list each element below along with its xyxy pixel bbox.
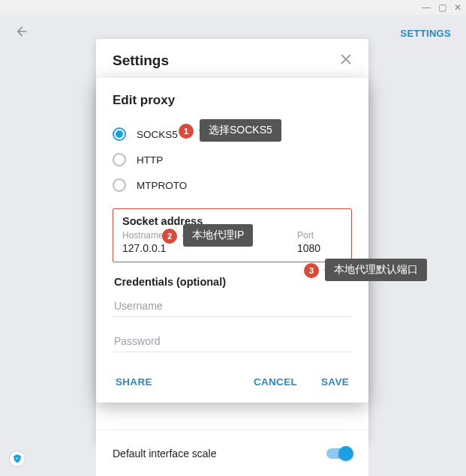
radio-icon: [113, 127, 126, 141]
dialog-title: Edit proxy: [113, 93, 352, 108]
share-button[interactable]: SHARE: [113, 372, 155, 392]
minimize-button[interactable]: —: [422, 2, 431, 13]
annotation-tip-2: 本地代理IP: [183, 224, 253, 247]
port-input[interactable]: [297, 242, 342, 254]
dialog-button-row: SHARE CANCEL SAVE: [113, 372, 352, 392]
username-input[interactable]: [113, 295, 352, 317]
annotation-badge-1: 1: [179, 124, 194, 139]
close-icon[interactable]: [340, 53, 352, 69]
save-button[interactable]: SAVE: [318, 372, 352, 392]
shield-badge-icon[interactable]: [9, 451, 26, 467]
settings-link[interactable]: SETTINGS: [401, 28, 451, 39]
window-close-button[interactable]: ✕: [454, 2, 461, 13]
credentials-title: Credentials (optional): [114, 276, 352, 288]
annotation-badge-2: 2: [162, 229, 177, 244]
radio-label: HTTP: [137, 154, 163, 166]
maximize-button[interactable]: ▢: [438, 2, 446, 13]
cancel-button[interactable]: CANCEL: [251, 372, 300, 392]
default-interface-scale-label: Default interface scale: [113, 448, 217, 460]
password-input[interactable]: [113, 331, 352, 352]
default-interface-scale-row: Default interface scale: [96, 430, 368, 476]
annotation-tip-3: 本地代理默认端口: [325, 259, 427, 281]
radio-label: MTPROTO: [137, 180, 187, 191]
window-controls: — ▢ ✕: [0, 0, 466, 15]
radio-label: SOCKS5: [137, 129, 178, 140]
proxy-type-mtproto[interactable]: MTPROTO: [113, 172, 352, 198]
annotation-badge-3: 3: [304, 263, 319, 278]
back-arrow-icon[interactable]: [14, 24, 29, 42]
default-interface-scale-toggle[interactable]: [326, 448, 352, 459]
radio-icon: [113, 153, 126, 166]
settings-title: Settings: [113, 52, 169, 69]
port-label: Port: [297, 230, 342, 241]
proxy-type-http[interactable]: HTTP: [113, 147, 352, 172]
annotation-tip-1: 选择SOCKS5: [200, 119, 281, 142]
radio-icon: [113, 178, 126, 192]
